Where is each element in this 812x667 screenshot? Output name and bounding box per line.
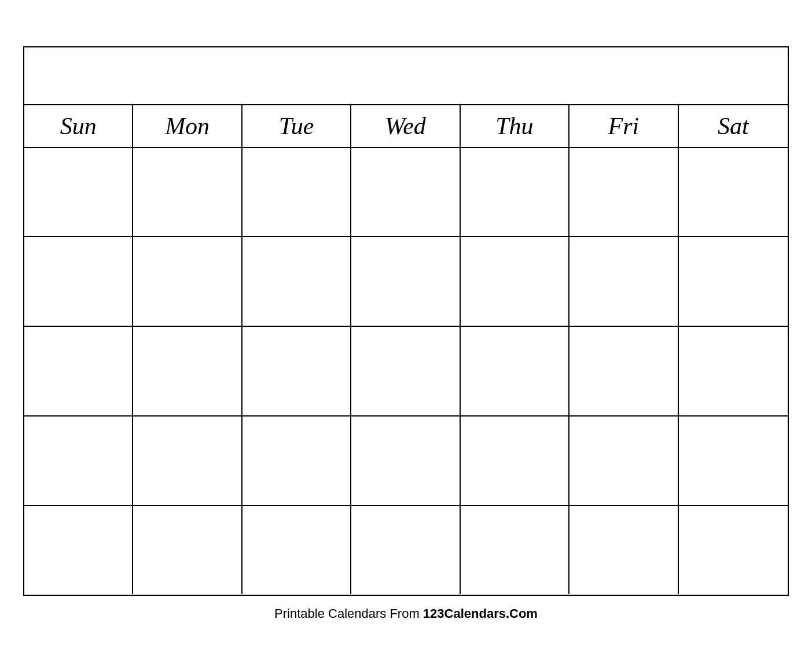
calendar-cell[interactable] [24, 148, 133, 237]
calendar-row [24, 506, 788, 595]
title-row [24, 47, 788, 105]
calendar-cell[interactable] [133, 148, 242, 237]
calendar-cell[interactable] [679, 417, 788, 505]
calendar-cell[interactable] [461, 148, 569, 237]
calendar-row [24, 237, 788, 327]
calendar-body [24, 148, 788, 595]
calendar-cell[interactable] [569, 506, 678, 595]
calendar-cell[interactable] [243, 417, 351, 505]
calendar-cell[interactable] [461, 417, 569, 505]
calendar-cell[interactable] [133, 237, 242, 326]
calendar-cell[interactable] [351, 327, 460, 415]
calendar-cell[interactable] [133, 327, 242, 415]
calendar-row [24, 148, 788, 238]
calendar-header: Sun Mon Tue Wed Thu Fri Sat [24, 105, 788, 148]
calendar-cell[interactable] [679, 148, 788, 237]
calendar-cell[interactable] [679, 506, 788, 595]
calendar-cell[interactable] [24, 327, 133, 415]
calendar-cell[interactable] [569, 417, 678, 505]
calendar-cell[interactable] [243, 327, 351, 415]
calendar-cell[interactable] [461, 327, 569, 415]
calendar-cell[interactable] [679, 237, 788, 326]
header-thu: Thu [461, 105, 569, 147]
calendar-cell[interactable] [24, 237, 133, 326]
header-fri: Fri [569, 105, 678, 147]
footer-text-bold: 123Calendars.Com [423, 606, 538, 621]
header-sun: Sun [24, 105, 133, 147]
calendar-cell[interactable] [679, 327, 788, 415]
calendar-cell[interactable] [351, 506, 460, 595]
footer: Printable Calendars From 123Calendars.Co… [274, 606, 538, 621]
page-wrapper: Sun Mon Tue Wed Thu Fri Sat [0, 0, 812, 667]
header-sat: Sat [679, 105, 788, 147]
calendar-cell[interactable] [569, 237, 678, 326]
calendar-cell[interactable] [24, 417, 133, 505]
calendar-row [24, 417, 788, 506]
calendar-cell[interactable] [133, 506, 242, 595]
calendar-cell[interactable] [351, 237, 460, 326]
footer-text-normal: Printable Calendars From [274, 606, 423, 621]
calendar-cell[interactable] [24, 506, 133, 595]
calendar-cell[interactable] [461, 506, 569, 595]
calendar-cell[interactable] [133, 417, 242, 505]
header-tue: Tue [243, 105, 351, 147]
calendar-cell[interactable] [461, 237, 569, 326]
calendar-cell[interactable] [243, 237, 351, 326]
calendar-cell[interactable] [243, 148, 351, 237]
calendar-container: Sun Mon Tue Wed Thu Fri Sat [23, 46, 789, 596]
header-wed: Wed [351, 105, 460, 147]
calendar-row [24, 327, 788, 417]
calendar-cell[interactable] [351, 417, 460, 505]
header-mon: Mon [133, 105, 242, 147]
calendar-cell[interactable] [569, 327, 678, 415]
calendar-cell[interactable] [243, 506, 351, 595]
calendar-cell[interactable] [351, 148, 460, 237]
calendar-cell[interactable] [569, 148, 678, 237]
